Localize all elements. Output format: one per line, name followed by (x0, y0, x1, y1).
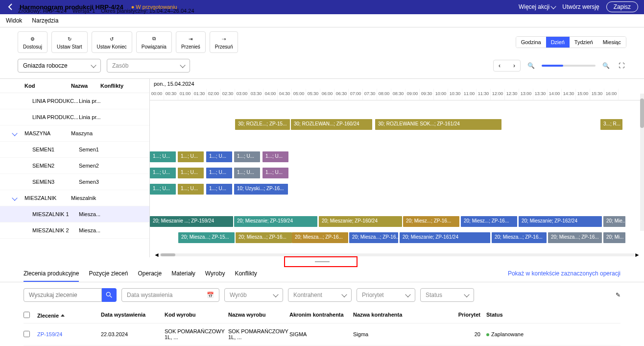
links-button[interactable]: ⧉ Powiązania (136, 31, 172, 53)
th-status[interactable]: Status (480, 312, 529, 319)
gantt-bar[interactable]: 10; Uzyski...; ZP-16... (234, 184, 288, 195)
gantt-bar[interactable]: 1...; U... (150, 168, 176, 178)
gantt-bar[interactable]: 1...; U... (178, 168, 204, 178)
more-actions-button[interactable]: Więcej akcji (519, 3, 555, 10)
customize-button[interactable]: ⚙ Dostosuj (18, 31, 48, 53)
gantt-bar[interactable]: 30; ROZLE...; ZP-15... (235, 119, 290, 130)
timescale-day[interactable]: Dzień (546, 37, 570, 48)
gantt-bar[interactable]: 20; Mie... (603, 216, 625, 227)
horizontal-scrollbar[interactable]: ◄► (150, 252, 644, 257)
back-button[interactable] (6, 2, 16, 12)
timescale-hour[interactable]: Godzina (516, 37, 546, 48)
product-filter[interactable]: Wyrób (224, 288, 283, 302)
gantt-bar[interactable]: 1...; U... (206, 168, 232, 178)
gantt-bar[interactable]: 1...; U... (150, 184, 176, 195)
prev-button[interactable]: ‹ (494, 60, 505, 71)
th-contractor-name[interactable]: Nazwa kontrahenta (353, 312, 453, 319)
th-product-name[interactable]: Nazwa wyrobu (228, 312, 289, 319)
gantt-bar[interactable]: 20; Miesza...; ZP-16... (548, 232, 602, 243)
zoom-slider[interactable] (542, 65, 596, 67)
context-link[interactable]: Pokaż w kontekście zaznaczonych operacji (508, 266, 620, 282)
col-code: Kod (24, 83, 71, 89)
order-link[interactable]: ZP-159/24 (37, 331, 101, 337)
gantt-bar[interactable]: 1...; U... (262, 151, 288, 162)
tab-orders[interactable]: Zlecenia produkcyjne (24, 266, 79, 282)
gantt-bar[interactable]: 30; ROZLEWANIE SOK...; ZP-161/24 (375, 119, 501, 130)
gantt-bar[interactable]: 20; Mieszanie; ZP-159/24 (234, 216, 317, 227)
tab-materials[interactable]: Materiały (171, 266, 195, 282)
tab-operations[interactable]: Operacje (138, 266, 162, 282)
gantt-bar[interactable]: 30; ROZLEWAN...; ZP-160/24 (291, 119, 372, 130)
vertical-scrollbar[interactable] (640, 94, 644, 231)
zoom-out-icon[interactable]: 🔍 (525, 60, 537, 71)
gantt-resource-row[interactable]: MASZYNAMaszyna (0, 125, 149, 142)
gantt-bar[interactable]: 20; Mieszanie; ZP-162/24 (519, 216, 602, 227)
gantt-bar[interactable]: 3...; R... (600, 119, 622, 130)
gantt-bar[interactable]: 1...; U... (234, 168, 260, 178)
gantt-bar[interactable]: 1...; U... (178, 151, 204, 162)
gantt-resource-row[interactable]: MIESZALNIK 1Miesza... (0, 206, 149, 222)
create-version-button[interactable]: Utwórz wersję (562, 3, 599, 10)
gantt-bar[interactable]: 1...; U... (262, 168, 288, 178)
gantt-bar[interactable]: 20; Miesza...; ZP-16... (292, 232, 348, 243)
gantt-resource-row[interactable]: LINIA PRODUKC...Linia pr... (0, 93, 149, 109)
resource-select[interactable]: Zasób (107, 59, 190, 73)
th-product-code[interactable]: Kod wyrobu (165, 312, 228, 319)
workcenter-select[interactable]: Gniazda robocze (18, 59, 101, 73)
move-button[interactable]: ⇥ Przenieś (176, 31, 206, 53)
th-date[interactable]: Data wystawienia (101, 312, 165, 319)
gantt-bar[interactable]: 1...; U... (150, 151, 176, 162)
gantt-bar[interactable]: 20; Miesz...; ZP-16... (461, 216, 517, 227)
gantt-resource-row[interactable]: LINIA PRODUKC...Linia pr... (0, 109, 149, 125)
resize-handle[interactable] (0, 257, 644, 266)
set-end-button[interactable]: ↺ Ustaw Koniec (92, 31, 132, 53)
th-priority[interactable]: Priorytet (453, 312, 480, 319)
status-filter[interactable]: Status (420, 288, 474, 302)
gantt-bar[interactable]: 20; Miesza...; ZP-16... (236, 232, 292, 243)
shift-button[interactable]: ⇢ Przesuń (210, 31, 239, 53)
search-button[interactable] (102, 288, 117, 302)
gantt-bar[interactable]: 20; Miesza...; ZP-16... (492, 232, 547, 243)
th-contractor-acronym[interactable]: Akronim kontrahenta (289, 312, 353, 319)
gantt-bar[interactable]: 1...; U... (206, 184, 232, 195)
gantt-bar[interactable]: 20; Mieszanie ...; ZP-159/24 (150, 216, 233, 227)
gantt-bar[interactable]: 1...; U... (234, 151, 260, 162)
expand-icon[interactable] (13, 130, 17, 136)
gantt-resource-row[interactable]: SEMEN2Semen2 (0, 158, 149, 174)
gantt-bar[interactable]: 20; Mieszanie; ZP-161/24 (400, 232, 490, 243)
table-row[interactable]: ZP-159/24 22.03.2024 SOK POMARAŃCZOWY 1L… (24, 323, 620, 346)
tab-positions[interactable]: Pozycje zleceń (89, 266, 128, 282)
edit-columns-icon[interactable]: ✎ (616, 292, 620, 298)
gantt-resource-row[interactable]: SEMEN1Semen1 (0, 142, 149, 158)
tab-conflicts[interactable]: Konflikty (235, 266, 257, 282)
search-input[interactable] (24, 288, 102, 302)
row-checkbox[interactable] (24, 331, 30, 337)
fullscreen-icon[interactable]: ⛶ (617, 60, 626, 71)
contractor-filter[interactable]: Kontrahent (288, 288, 352, 302)
set-start-button[interactable]: ↻ Ustaw Start (51, 31, 88, 53)
gantt-bar[interactable]: 20; Miesza...; ZP-15... (178, 232, 235, 243)
gantt-bar[interactable]: 20; Miesz...; ZP-16... (403, 216, 459, 227)
timescale-week[interactable]: Tydzień (570, 37, 598, 48)
menu-tools[interactable]: Narzędzia (32, 17, 58, 24)
priority-filter[interactable]: Priorytet (357, 288, 415, 302)
zoom-in-icon[interactable]: 🔍 (600, 60, 612, 71)
tab-products[interactable]: Wyroby (205, 266, 225, 282)
gantt-bar[interactable]: 20; Miesza...; ZP-16... (349, 232, 398, 243)
th-order[interactable]: Zlecenie (37, 312, 101, 319)
select-all-checkbox[interactable] (24, 312, 30, 318)
gantt-resource-row[interactable]: MIESZALNIK 2Miesza... (0, 222, 149, 239)
gantt-bar[interactable]: 20; Mieszanie; ZP-160/24 (319, 216, 402, 227)
gantt-resource-row[interactable]: MIESZALNIKMieszalnik (0, 190, 149, 206)
save-button[interactable]: Zapisz (606, 1, 638, 12)
gantt-bar[interactable]: 1...; U... (206, 151, 232, 162)
table-filters: Data wystawienia 📅 Wyrób Kontrahent Prio… (0, 282, 644, 308)
menu-view[interactable]: Widok (6, 17, 22, 24)
timescale-month[interactable]: Miesiąc (598, 37, 626, 48)
expand-icon[interactable] (13, 195, 17, 201)
gantt-bar[interactable]: 20; Mi... (603, 232, 625, 243)
gantt-bar[interactable]: 1...; U... (178, 184, 204, 195)
next-button[interactable]: › (508, 60, 520, 71)
date-filter[interactable]: Data wystawienia 📅 (121, 288, 219, 302)
gantt-resource-row[interactable]: SEMEN3Semen3 (0, 174, 149, 190)
